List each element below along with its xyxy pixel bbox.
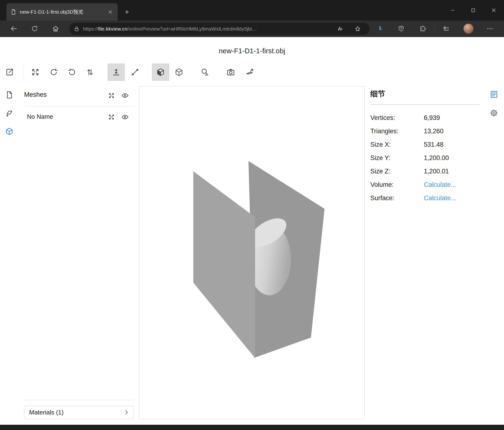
export-icon (245, 68, 254, 77)
wireframe-view-button[interactable] (172, 65, 186, 79)
details-header: 细节 (370, 89, 385, 99)
visibility-all-button[interactable] (120, 91, 130, 100)
chevron-right-icon (123, 409, 130, 416)
mesh-list-item[interactable]: No Name (27, 113, 53, 120)
fit-view-button[interactable] (29, 65, 42, 79)
settings-gear-icon (490, 109, 498, 117)
page-title: new-F1-D1-1-first.obj (0, 47, 504, 55)
shaded-view-icon (156, 68, 165, 77)
tab-close-icon[interactable] (107, 8, 114, 16)
minimize-button[interactable] (442, 0, 463, 20)
details-underline (370, 104, 480, 105)
detail-row-size-x: Size X: 531.48 (370, 138, 480, 151)
browser-menu-icon[interactable] (484, 23, 496, 34)
refresh-button[interactable] (29, 23, 40, 34)
rotate-right-icon (68, 68, 77, 77)
maximize-button[interactable] (463, 0, 484, 20)
file-document-icon (5, 91, 14, 99)
line-tool-button[interactable] (128, 65, 142, 79)
flip-vertical-button[interactable] (83, 65, 97, 79)
settings-button[interactable] (489, 108, 499, 118)
detail-label: Surface: (370, 195, 424, 202)
url-protocol: https:// (83, 26, 98, 32)
calculate-volume-link[interactable]: Calculate... (424, 181, 456, 188)
model-plane-left (193, 171, 255, 358)
calculate-surface-link[interactable]: Calculate... (424, 195, 456, 202)
detail-label: Size Z: (370, 168, 424, 175)
favorite-star-icon[interactable] (354, 25, 361, 33)
detail-value: 1,200.00 (424, 154, 449, 162)
drop-to-floor-button[interactable] (108, 64, 125, 81)
detail-row-vertices: Vertices: 6,939 (370, 111, 480, 124)
browser-titlebar: new-F1-D1-1-first.obj3D预览 (0, 0, 504, 20)
fit-view-icon (31, 68, 40, 77)
browser-tab[interactable]: new-F1-D1-1-first.obj3D预览 (6, 3, 118, 20)
bing-discover-icon[interactable] (375, 23, 386, 34)
detail-value: 1,200.01 (424, 168, 449, 175)
browser-navbar: https://file.kkview.cn/onlinePreview?url… (0, 20, 504, 37)
detail-label: Volume: (370, 181, 424, 188)
materials-button-label: Materials (1) (29, 409, 63, 416)
home-button[interactable] (50, 23, 61, 34)
flip-vertical-icon (85, 68, 94, 77)
detail-value: 531.48 (424, 141, 444, 148)
file-info-tab[interactable] (4, 90, 15, 100)
rotate-left-button[interactable] (47, 65, 60, 79)
wireframe-view-icon (174, 68, 183, 77)
tab-favicon-document-icon (10, 9, 17, 15)
screenshot-button[interactable] (224, 65, 237, 79)
panel-divider (24, 106, 134, 106)
materials-icon (5, 109, 14, 118)
camera-icon (226, 68, 235, 77)
panel-divider (24, 400, 134, 400)
zoom-to-mesh-button[interactable] (107, 112, 116, 122)
url-path: /onlinePreview?url=aHR0cHM6Ly9maWxlLmtrd… (127, 26, 257, 32)
export-button[interactable] (243, 65, 257, 79)
meshes-panel-header: Meshes (24, 91, 47, 98)
lock-icon[interactable] (73, 26, 80, 32)
detail-row-surface: Surface: Calculate... (370, 191, 480, 205)
navbar-separator (435, 25, 435, 33)
toolbar-separator (23, 65, 23, 79)
measure-icon (200, 68, 209, 77)
detail-label: Size X: (370, 141, 424, 148)
url-text: https://file.kkview.cn/onlinePreview?url… (83, 26, 257, 32)
fit-mesh-icon (108, 113, 115, 121)
details-panel-toggle[interactable] (489, 89, 499, 100)
open-file-button[interactable] (3, 65, 16, 79)
detail-row-size-z: Size Z: 1,200.01 (370, 165, 480, 178)
details-list-icon (490, 90, 498, 99)
profile-avatar[interactable] (463, 24, 473, 34)
url-domain: file.kkview.cn (98, 26, 127, 32)
rotate-right-button[interactable] (65, 65, 79, 79)
materials-tab[interactable] (4, 108, 15, 119)
materials-button[interactable]: Materials (1) (24, 406, 134, 419)
detail-row-size-y: Size Y: 1,200.00 (370, 151, 480, 165)
toggle-mesh-visibility-button[interactable] (120, 112, 130, 122)
model-render (139, 86, 364, 419)
favorites-bar-icon[interactable] (440, 23, 452, 34)
detail-label: Triangles: (370, 128, 424, 135)
detail-value: 13,260 (424, 128, 444, 135)
extensions-puzzle-icon[interactable] (417, 23, 428, 34)
close-button[interactable] (484, 0, 504, 20)
viewport-3d[interactable] (139, 86, 365, 419)
fit-all-button[interactable] (107, 91, 116, 100)
open-file-icon (5, 68, 14, 77)
new-tab-button[interactable] (121, 6, 133, 18)
window-bottom-bar (0, 425, 504, 430)
back-button[interactable] (8, 23, 19, 34)
fit-all-icon (108, 92, 115, 99)
read-aloud-icon[interactable] (336, 25, 343, 33)
drop-to-floor-icon (112, 68, 121, 77)
shield-extension-icon[interactable] (396, 23, 407, 34)
tab-title: new-F1-D1-1-first.obj3D预览 (20, 9, 103, 15)
measure-button[interactable] (198, 65, 211, 79)
detail-value: 6,939 (424, 114, 440, 122)
meshes-cube-icon (5, 127, 14, 136)
detail-label: Vertices: (370, 114, 424, 122)
detail-row-volume: Volume: Calculate... (370, 178, 480, 191)
meshes-tab[interactable] (4, 126, 15, 137)
address-bar[interactable]: https://file.kkview.cn/onlinePreview?url… (69, 23, 370, 35)
shaded-view-button[interactable] (152, 64, 169, 81)
